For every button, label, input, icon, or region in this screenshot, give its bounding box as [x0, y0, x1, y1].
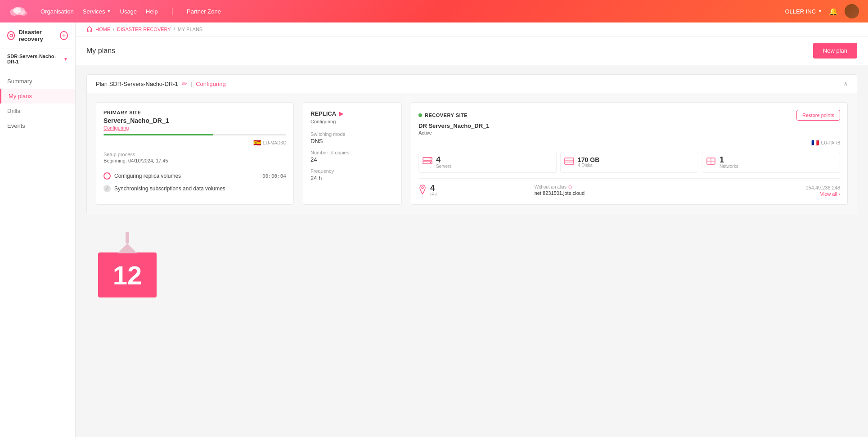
- recovery-site-name: DR Servers_Nacho_DR_1: [418, 122, 840, 129]
- sidebar-title-area: Disaster recovery: [7, 29, 60, 42]
- page-title: My plans: [86, 47, 115, 55]
- sidebar-item-myplans[interactable]: My plans: [0, 89, 75, 104]
- step-2-row: Synchronising subscriptions and data vol…: [103, 182, 286, 195]
- step-2-text: Synchronising subscriptions and data vol…: [114, 185, 225, 192]
- recovery-header: RECOVERY SITE Restore points: [418, 110, 840, 121]
- storage-icon: [564, 157, 574, 167]
- page-header: My plans New plan: [76, 36, 868, 65]
- recovery-label-area: RECOVERY SITE: [418, 113, 468, 118]
- replica-switching-label: Switching mode: [310, 131, 394, 137]
- primary-location: 🇪🇸 EU-MAD3C: [103, 139, 286, 146]
- sidebar-item-events[interactable]: Events: [0, 118, 75, 133]
- bell-icon[interactable]: 🔔: [829, 7, 838, 16]
- restore-points-button[interactable]: Restore points: [796, 110, 840, 121]
- plan-edit-icon[interactable]: ✏: [182, 80, 187, 87]
- primary-site-label: PRIMARY SITE: [103, 110, 286, 115]
- plan-selector-label: SDR-Servers-Nacho-DR-1: [7, 54, 63, 64]
- plan-collapse-button[interactable]: ∧: [844, 81, 848, 87]
- svg-point-7: [430, 158, 431, 159]
- networks-value: 1: [720, 156, 738, 164]
- setup-date: Beginning: 04/10/2024, 17:45: [103, 158, 286, 163]
- ip-address-value: 154.49.236.248: [739, 185, 840, 190]
- topnav-right: OLLER INC ▼ 🔔: [785, 4, 859, 18]
- breadcrumb-sep1: /: [113, 27, 114, 32]
- breadcrumb-home[interactable]: HOME: [95, 27, 110, 32]
- breadcrumb-sep2: /: [174, 27, 175, 32]
- nav-links: Organisation Services ▼ Usage Help | Par…: [40, 7, 785, 15]
- step-1-time: 00:00:04: [262, 173, 286, 179]
- view-all-link[interactable]: View all ›: [739, 191, 840, 197]
- add-plan-button[interactable]: +: [60, 31, 68, 40]
- recovery-active-dot: [418, 113, 422, 117]
- stat-servers: 4 Servers: [418, 152, 557, 173]
- logo[interactable]: [9, 5, 27, 18]
- storage-label: 4 Disks: [578, 163, 599, 168]
- sidebar-nav: Summary My plans Drills Events: [0, 69, 75, 437]
- step-1-left: Configuring replica volumes: [103, 172, 181, 180]
- breadcrumb: HOME / DISASTER RECOVERY / MY PLANS: [76, 23, 868, 36]
- plan-selector-arrow-icon: ▼: [63, 57, 68, 62]
- main-content: HOME / DISASTER RECOVERY / MY PLANS My p…: [76, 23, 868, 437]
- sidebar-item-summary[interactable]: Summary: [0, 74, 75, 89]
- svg-point-4: [10, 34, 13, 37]
- svg-point-15: [422, 187, 423, 189]
- ip-domain: net.8231501.jote.cloud: [535, 190, 736, 196]
- stat-storage: 170 GB 4 Disks: [560, 152, 698, 173]
- recovery-stats-grid: 4 Servers: [418, 152, 840, 179]
- sidebar-title: Disaster recovery: [18, 29, 60, 42]
- topnav: Organisation Services ▼ Usage Help | Par…: [0, 0, 868, 23]
- replica-status: Configuring: [310, 119, 394, 124]
- storage-value: 170 GB: [578, 157, 599, 163]
- indicator-value: 12: [113, 260, 142, 290]
- setup-label: Setup process: [103, 152, 286, 157]
- indicator-box: 12: [98, 252, 157, 297]
- nav-usage[interactable]: Usage: [120, 8, 137, 15]
- ip-count-info: 4 IP's: [430, 184, 531, 197]
- main-layout: Disaster recovery + SDR-Servers-Nacho-DR…: [0, 23, 868, 437]
- org-selector[interactable]: OLLER INC ▼: [785, 8, 822, 15]
- servers-icon: [423, 157, 432, 167]
- replica-copies-row: Number of copies 24: [310, 150, 394, 163]
- org-chevron-icon: ▼: [818, 9, 822, 14]
- plan-body: PRIMARY SITE Servers_Nacho_DR_1 Configur…: [87, 93, 857, 214]
- step-1-indicator-icon: [103, 172, 111, 180]
- nav-organisation[interactable]: Organisation: [40, 8, 74, 15]
- plan-container: Plan SDR-Servers-Nacho-DR-1 ✏ | Configur…: [86, 74, 857, 214]
- ip-address-area: 154.49.236.248 View all ›: [739, 185, 840, 197]
- primary-site-name: Servers_Nacho_DR_1: [103, 117, 286, 124]
- sidebar-item-drills[interactable]: Drills: [0, 104, 75, 118]
- sidebar: Disaster recovery + SDR-Servers-Nacho-DR…: [0, 23, 76, 437]
- france-flag-icon: 🇫🇷: [811, 139, 819, 146]
- nav-partner-zone[interactable]: Partner Zone: [187, 8, 221, 15]
- primary-progress-bar: [103, 134, 286, 135]
- recovery-location: 🇫🇷 EU-PAR8: [418, 139, 840, 146]
- replica-play-icon: ▶: [339, 110, 344, 117]
- networks-stat-info: 1 Networks: [720, 156, 738, 169]
- plan-selector[interactable]: SDR-Servers-Nacho-DR-1 ▼: [0, 49, 75, 69]
- step-1-text: Configuring replica volumes: [114, 173, 181, 179]
- svg-point-8: [430, 162, 431, 163]
- user-avatar[interactable]: [845, 4, 859, 18]
- primary-site-status[interactable]: Configuring: [103, 125, 286, 131]
- ip-pin-icon: [418, 185, 427, 197]
- nav-help[interactable]: Help: [146, 8, 158, 15]
- nav-services[interactable]: Services ▼: [83, 8, 111, 15]
- replica-switching-value: DNS: [310, 138, 394, 144]
- replica-frequency-row: Frequency 24 h: [310, 168, 394, 181]
- replica-frequency-label: Frequency: [310, 168, 394, 174]
- plan-config-link[interactable]: Configuring: [196, 81, 226, 87]
- breadcrumb-disaster-recovery[interactable]: DISASTER RECOVERY: [117, 27, 171, 32]
- plan-header-left: Plan SDR-Servers-Nacho-DR-1 ✏ | Configur…: [96, 80, 226, 87]
- replica-copies-value: 24: [310, 156, 394, 163]
- ip-alias-area: Without an alias ⬡ net.8231501.jote.clou…: [535, 185, 736, 197]
- recovery-site-card: RECOVERY SITE Restore points DR Servers_…: [411, 102, 848, 205]
- plan-sep: |: [191, 81, 192, 87]
- replica-label: REPLICA: [310, 110, 336, 117]
- servers-label: Servers: [436, 164, 451, 169]
- networks-icon: [706, 157, 716, 167]
- org-name: OLLER INC: [785, 8, 816, 15]
- replica-header: REPLICA ▶: [310, 110, 394, 117]
- new-plan-button[interactable]: New plan: [813, 43, 857, 59]
- home-breadcrumb-icon: [86, 26, 93, 32]
- storage-stat-info: 170 GB 4 Disks: [578, 157, 599, 168]
